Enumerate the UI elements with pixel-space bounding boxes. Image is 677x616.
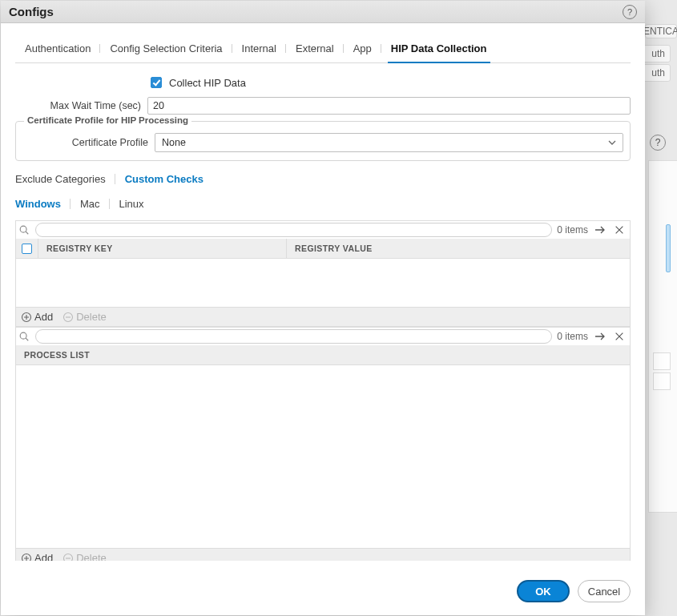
tab-internal[interactable]: Internal bbox=[232, 34, 286, 62]
registry-delete-button[interactable]: Delete bbox=[62, 311, 107, 323]
registry-add-label: Add bbox=[34, 311, 53, 323]
plus-circle-icon bbox=[21, 553, 32, 561]
registry-col-value: REGISTRY VALUE bbox=[287, 239, 630, 258]
modal-title: Configs bbox=[9, 5, 54, 18]
main-tabs: Authentication Config Selection Criteria… bbox=[15, 34, 631, 63]
max-wait-input[interactable] bbox=[147, 97, 631, 115]
configs-modal: Configs ? Authentication Config Selectio… bbox=[1, 1, 645, 615]
process-delete-label: Delete bbox=[76, 552, 107, 561]
row-max-wait: Max Wait Time (sec) bbox=[15, 97, 631, 115]
ok-button[interactable]: OK bbox=[517, 580, 570, 602]
registry-table: REGISTRY KEY REGISTRY VALUE Add Delete bbox=[15, 239, 631, 327]
tab-external[interactable]: External bbox=[286, 34, 344, 62]
process-searchbar: 0 items bbox=[15, 327, 631, 345]
os-subtabs: Windows Mac Linux bbox=[15, 195, 631, 212]
tab-authentication[interactable]: Authentication bbox=[15, 34, 100, 62]
modal-body: Authentication Config Selection Criteria… bbox=[1, 23, 645, 561]
cert-profile-value: None bbox=[162, 137, 186, 148]
registry-search-input[interactable] bbox=[35, 223, 552, 237]
process-delete-button[interactable]: Delete bbox=[62, 552, 107, 561]
search-icon bbox=[18, 223, 30, 236]
process-next-icon[interactable] bbox=[593, 329, 607, 344]
tab-hip-data-collection[interactable]: HIP Data Collection bbox=[381, 34, 497, 62]
registry-clear-icon[interactable] bbox=[612, 223, 627, 237]
chevron-down-icon bbox=[608, 139, 616, 147]
registry-delete-label: Delete bbox=[76, 311, 107, 323]
bg-square-2 bbox=[653, 372, 671, 390]
modal-header: Configs ? bbox=[1, 1, 645, 23]
process-items-count: 0 items bbox=[557, 331, 588, 342]
registry-add-button[interactable]: Add bbox=[21, 311, 53, 323]
cancel-button[interactable]: Cancel bbox=[578, 580, 631, 602]
search-icon bbox=[18, 330, 30, 343]
svg-line-1 bbox=[26, 232, 28, 235]
process-table: PROCESS LIST Add Delete bbox=[15, 345, 631, 561]
bg-chip-1: uth bbox=[642, 45, 671, 62]
category-subtabs: Exclude Categories Custom Checks bbox=[15, 171, 631, 187]
bg-panel-edge bbox=[648, 160, 677, 513]
bg-square-1 bbox=[653, 352, 671, 370]
bg-tab-fragment: ENTICA bbox=[645, 24, 677, 38]
collect-hip-checkbox-row[interactable]: Collect HIP Data bbox=[147, 74, 246, 91]
ostab-windows[interactable]: Windows bbox=[15, 195, 71, 212]
modal-footer: OK Cancel bbox=[1, 561, 645, 615]
plus-circle-icon bbox=[21, 312, 32, 323]
process-add-button[interactable]: Add bbox=[21, 552, 53, 561]
process-search-input[interactable] bbox=[35, 329, 552, 344]
registry-select-all[interactable] bbox=[16, 239, 38, 258]
cert-fieldset-legend: Certificate Profile for HIP Processing bbox=[24, 115, 191, 125]
ostab-linux[interactable]: Linux bbox=[110, 195, 154, 212]
process-tbody bbox=[16, 365, 630, 548]
registry-col-key: REGISTRY KEY bbox=[38, 239, 287, 258]
ostab-mac[interactable]: Mac bbox=[71, 195, 110, 212]
registry-next-icon[interactable] bbox=[593, 223, 607, 237]
subtab-exclude-categories[interactable]: Exclude Categories bbox=[15, 171, 115, 187]
cert-profile-select[interactable]: None bbox=[155, 133, 623, 152]
process-clear-icon[interactable] bbox=[612, 329, 627, 344]
max-wait-label: Max Wait Time (sec) bbox=[15, 100, 147, 111]
svg-line-5 bbox=[26, 339, 28, 341]
minus-circle-icon bbox=[62, 553, 74, 561]
registry-items-count: 0 items bbox=[557, 224, 588, 236]
collect-hip-label: Collect HIP Data bbox=[169, 77, 246, 89]
registry-tbody bbox=[16, 259, 630, 307]
help-icon[interactable]: ? bbox=[623, 5, 637, 19]
cert-profile-fieldset: Certificate Profile for HIP Processing C… bbox=[15, 121, 631, 161]
collect-hip-checkbox[interactable] bbox=[151, 77, 162, 88]
row-collect-hip: Collect HIP Data bbox=[15, 74, 631, 91]
svg-point-7 bbox=[64, 554, 73, 561]
bg-chip-2: uth bbox=[642, 64, 671, 82]
cert-profile-label: Certificate Profile bbox=[22, 137, 155, 148]
process-add-label: Add bbox=[34, 552, 53, 561]
registry-searchbar: 0 items bbox=[15, 220, 631, 239]
bg-blue-strip bbox=[666, 224, 671, 272]
subtab-custom-checks[interactable]: Custom Checks bbox=[115, 171, 213, 187]
bg-help-icon: ? bbox=[650, 135, 666, 151]
svg-point-0 bbox=[20, 227, 26, 233]
tab-config-selection[interactable]: Config Selection Criteria bbox=[100, 34, 232, 62]
minus-circle-icon bbox=[62, 312, 74, 323]
tab-app[interactable]: App bbox=[344, 34, 381, 62]
svg-point-4 bbox=[20, 333, 26, 340]
process-col-header: PROCESS LIST bbox=[16, 345, 630, 364]
